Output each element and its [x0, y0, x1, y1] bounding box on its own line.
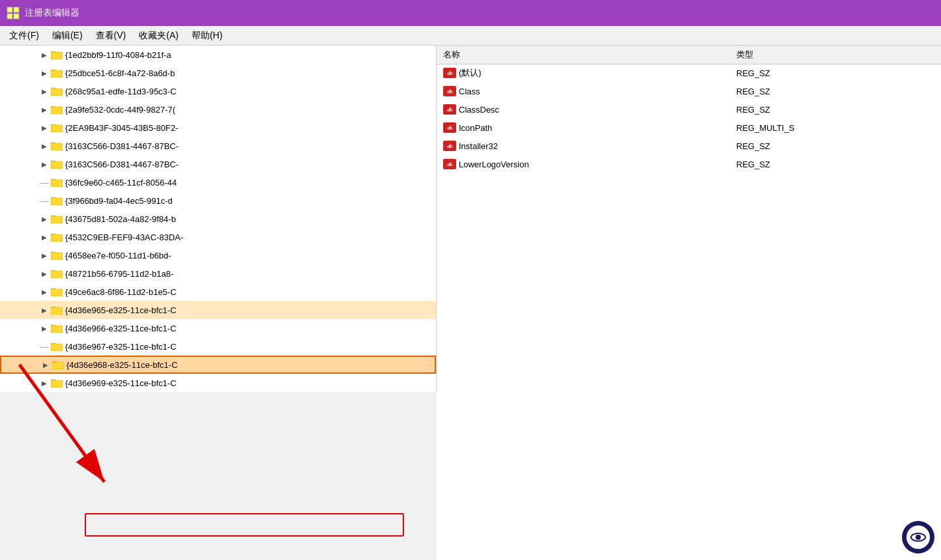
- tree-expander-item11[interactable]: ▶: [39, 232, 50, 242]
- reg-row-0[interactable]: ab(默认)REG_SZ: [437, 64, 941, 82]
- tree-expander-item4[interactable]: ▶: [39, 104, 50, 115]
- tree-expander-item14[interactable]: ▶: [39, 287, 50, 297]
- menu-help[interactable]: 帮助(H): [185, 27, 229, 44]
- svg-rect-63: [51, 307, 63, 315]
- svg-rect-35: [51, 180, 63, 187]
- reg-type-5: REG_SZ: [730, 155, 941, 173]
- tree-item-item19[interactable]: ▶ {4d36e969-e325-11ce-bfc1-C: [0, 374, 436, 392]
- tree-item-item16[interactable]: ▶ {4d36e966-e325-11ce-bfc1-C: [0, 319, 436, 337]
- tree-expander-item3[interactable]: ▶: [39, 86, 50, 96]
- menu-edit[interactable]: 编辑(E): [46, 27, 89, 44]
- tree-expander-item6[interactable]: ▶: [39, 141, 50, 151]
- tree-item-item11[interactable]: ▶ {4532C9EB-FEF9-43AC-83DA-: [0, 228, 436, 246]
- svg-rect-51: [51, 253, 63, 260]
- tree-label-item1: {1ed2bbf9-11f0-4084-b21f-a: [65, 50, 171, 60]
- tree-item-item10[interactable]: ▶ {43675d81-502a-4a82-9f84-b: [0, 210, 436, 228]
- tree-expander-item8[interactable]: —: [39, 177, 50, 188]
- reg-type-3: REG_MULTI_S: [730, 119, 941, 137]
- tree-label-item10: {43675d81-502a-4a82-9f84-b: [65, 214, 176, 224]
- left-panel-wrapper: ▶ {1ed2bbf9-11f0-4084-b21f-a▶ {25dbce51-…: [0, 46, 437, 560]
- tree-expander-item7[interactable]: ▶: [39, 159, 50, 169]
- selected-highlight-box: [85, 513, 404, 537]
- tree-item-item6[interactable]: ▶ {3163C566-D381-4467-87BC-: [0, 137, 436, 155]
- tree-item-item13[interactable]: ▶ {48721b56-6795-11d2-b1a8-: [0, 264, 436, 283]
- reg-row-3[interactable]: abIconPathREG_MULTI_S: [437, 119, 941, 137]
- reg-row-1[interactable]: abClassREG_SZ: [437, 82, 941, 100]
- tree-label-item11: {4532C9EB-FEF9-43AC-83DA-: [65, 232, 183, 242]
- menu-favorites[interactable]: 收藏夹(A): [132, 27, 185, 44]
- svg-rect-19: [51, 107, 63, 114]
- folder-icon-item2: [51, 68, 63, 77]
- folder-icon-item4: [51, 105, 63, 114]
- reg-row-4[interactable]: abInstaller32REG_SZ: [437, 137, 941, 155]
- tree-expander-item17[interactable]: —: [39, 341, 50, 352]
- tree-container[interactable]: ▶ {1ed2bbf9-11f0-4084-b21f-a▶ {25dbce51-…: [0, 46, 436, 392]
- tree-item-item2[interactable]: ▶ {25dbce51-6c8f-4a72-8a6d-b: [0, 64, 436, 82]
- svg-rect-7: [51, 52, 63, 59]
- tree-label-item6: {3163C566-D381-4467-87BC-: [65, 141, 179, 151]
- tree-expander-item16[interactable]: ▶: [39, 323, 50, 333]
- svg-rect-3: [14, 14, 19, 19]
- svg-rect-59: [51, 289, 63, 296]
- folder-icon-item13: [51, 269, 63, 278]
- tree-item-item3[interactable]: ▶ {268c95a1-edfe-11d3-95c3-C: [0, 82, 436, 100]
- folder-icon-item12: [51, 251, 63, 260]
- reg-name-text-1: Class: [459, 87, 480, 96]
- menu-file[interactable]: 文件(F): [3, 27, 46, 44]
- watermark-icon: [906, 525, 930, 549]
- tree-item-item4[interactable]: ▶ {2a9fe532-0cdc-44f9-9827-7(: [0, 100, 436, 119]
- svg-rect-1: [14, 7, 19, 12]
- tree-item-item18[interactable]: ▶ {4d36e968-e325-11ce-bfc1-C: [0, 356, 436, 374]
- tree-item-item12[interactable]: ▶ {4658ee7e-f050-11d1-b6bd-: [0, 246, 436, 264]
- tree-item-item1[interactable]: ▶ {1ed2bbf9-11f0-4084-b21f-a: [0, 46, 436, 64]
- reg-name-text-0: (默认): [459, 67, 482, 79]
- tree-expander-item2[interactable]: ▶: [39, 68, 50, 78]
- tree-item-item9[interactable]: — {3f966bd9-fa04-4ec5-991c-d: [0, 191, 436, 210]
- tree-expander-item19[interactable]: ▶: [39, 378, 50, 388]
- reg-row-5[interactable]: abLowerLogoVersionREG_SZ: [437, 155, 941, 173]
- folder-icon-item17: [51, 342, 63, 351]
- tree-label-item19: {4d36e969-e325-11ce-bfc1-C: [65, 378, 177, 388]
- tree-label-item13: {48721b56-6795-11d2-b1a8-: [65, 269, 173, 279]
- svg-rect-15: [51, 89, 63, 96]
- tree-item-item14[interactable]: ▶ {49ce6ac8-6f86-11d2-b1e5-C: [0, 283, 436, 301]
- reg-name-5: abLowerLogoVersion: [437, 155, 730, 173]
- tree-item-item17[interactable]: — {4d36e967-e325-11ce-bfc1-C: [0, 337, 436, 356]
- tree-expander-item13[interactable]: ▶: [39, 268, 50, 279]
- reg-type-2: REG_SZ: [730, 100, 941, 119]
- tree-label-item4: {2a9fe532-0cdc-44f9-9827-7(: [65, 105, 175, 115]
- reg-name-0: ab(默认): [437, 64, 730, 82]
- tree-label-item14: {49ce6ac8-6f86-11d2-b1e5-C: [65, 287, 177, 297]
- folder-icon-item18: [52, 360, 64, 369]
- reg-name-2: abClassDesc: [437, 100, 730, 119]
- folder-icon-item15: [51, 305, 63, 315]
- svg-rect-2: [7, 14, 12, 19]
- reg-name-1: abClass: [437, 82, 730, 100]
- svg-rect-31: [51, 161, 63, 169]
- folder-icon-item1: [51, 50, 63, 59]
- tree-item-item8[interactable]: — {36fc9e60-c465-11cf-8056-44: [0, 173, 436, 191]
- menu-view[interactable]: 查看(V): [89, 27, 133, 44]
- ab-icon-2: ab: [443, 104, 456, 115]
- tree-label-item16: {4d36e966-e325-11ce-bfc1-C: [65, 324, 177, 333]
- tree-expander-item9[interactable]: —: [39, 195, 50, 206]
- tree-item-item7[interactable]: ▶ {3163C566-D381-4467-87BC-: [0, 155, 436, 173]
- left-panel: ▶ {1ed2bbf9-11f0-4084-b21f-a▶ {25dbce51-…: [0, 46, 437, 392]
- reg-type-4: REG_SZ: [730, 137, 941, 155]
- folder-icon-item16: [51, 324, 63, 333]
- tree-expander-item15[interactable]: ▶: [39, 305, 50, 315]
- tree-expander-item5[interactable]: ▶: [39, 122, 50, 133]
- reg-type-1: REG_SZ: [730, 82, 941, 100]
- tree-expander-item1[interactable]: ▶: [39, 49, 50, 60]
- tree-expander-item10[interactable]: ▶: [39, 214, 50, 224]
- tree-label-item9: {3f966bd9-fa04-4ec5-991c-d: [65, 196, 173, 206]
- reg-name-text-4: Installer32: [459, 141, 498, 151]
- col-type-header: 类型: [730, 46, 941, 64]
- tree-expander-item18[interactable]: ▶: [40, 359, 51, 370]
- tree-item-item5[interactable]: ▶ {2EA9B43F-3045-43B5-80F2-: [0, 119, 436, 137]
- app-icon: [7, 7, 20, 20]
- tree-item-item15[interactable]: ▶ {4d36e965-e325-11ce-bfc1-C: [0, 301, 436, 319]
- svg-rect-27: [51, 143, 63, 150]
- reg-row-2[interactable]: abClassDescREG_SZ: [437, 100, 941, 119]
- tree-expander-item12[interactable]: ▶: [39, 250, 50, 260]
